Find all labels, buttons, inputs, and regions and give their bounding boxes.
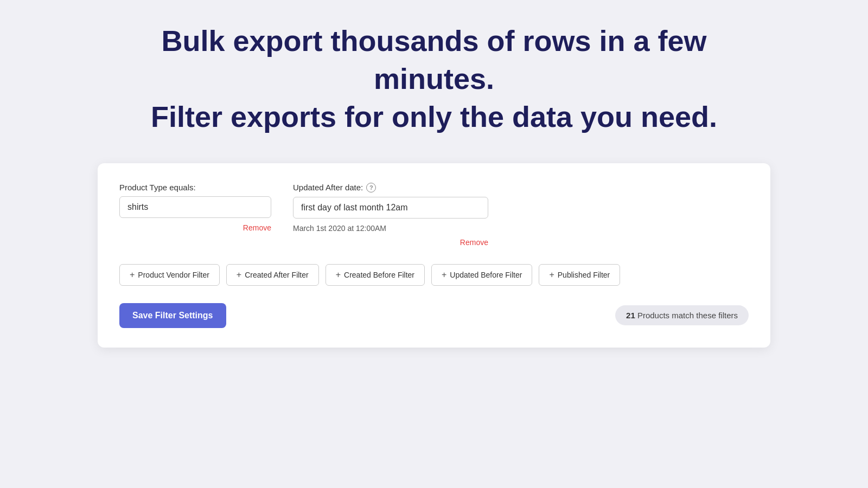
add-product-vendor-filter-button[interactable]: + Product Vendor Filter: [119, 264, 220, 286]
match-count: 21: [626, 311, 635, 320]
product-type-remove[interactable]: Remove: [119, 223, 271, 232]
plus-icon: +: [130, 270, 135, 280]
product-type-label: Product Type equals:: [119, 183, 271, 192]
plus-icon: +: [549, 270, 554, 280]
updated-after-label: Updated After date: ?: [293, 183, 488, 192]
plus-icon: +: [237, 270, 241, 280]
hero-title: Bulk export thousands of rows in a few m…: [136, 22, 732, 136]
bottom-row: Save Filter Settings 21 Products match t…: [119, 303, 749, 328]
plus-icon: +: [336, 270, 341, 280]
help-icon[interactable]: ?: [366, 183, 376, 192]
add-published-filter-button[interactable]: + Published Filter: [539, 264, 620, 286]
updated-after-remove[interactable]: Remove: [293, 238, 488, 247]
add-created-before-filter-button[interactable]: + Created Before Filter: [326, 264, 425, 286]
updated-after-filter-group: Updated After date: ? March 1st 2020 at …: [293, 183, 488, 247]
active-filters-row: Product Type equals: Remove Updated Afte…: [119, 183, 749, 247]
save-filter-settings-button[interactable]: Save Filter Settings: [119, 303, 226, 328]
filter-card: Product Type equals: Remove Updated Afte…: [98, 163, 770, 348]
plus-icon: +: [442, 270, 446, 280]
updated-after-parsed: March 1st 2020 at 12:00AM: [293, 224, 488, 233]
product-type-input[interactable]: [119, 196, 271, 218]
product-type-filter-group: Product Type equals: Remove: [119, 183, 271, 232]
add-filters-row: + Product Vendor Filter + Created After …: [119, 264, 749, 286]
match-text: Products match these filters: [637, 311, 738, 320]
updated-after-input[interactable]: [293, 197, 488, 219]
add-created-after-filter-button[interactable]: + Created After Filter: [226, 264, 319, 286]
match-badge: 21 Products match these filters: [615, 305, 749, 325]
add-updated-before-filter-button[interactable]: + Updated Before Filter: [431, 264, 532, 286]
